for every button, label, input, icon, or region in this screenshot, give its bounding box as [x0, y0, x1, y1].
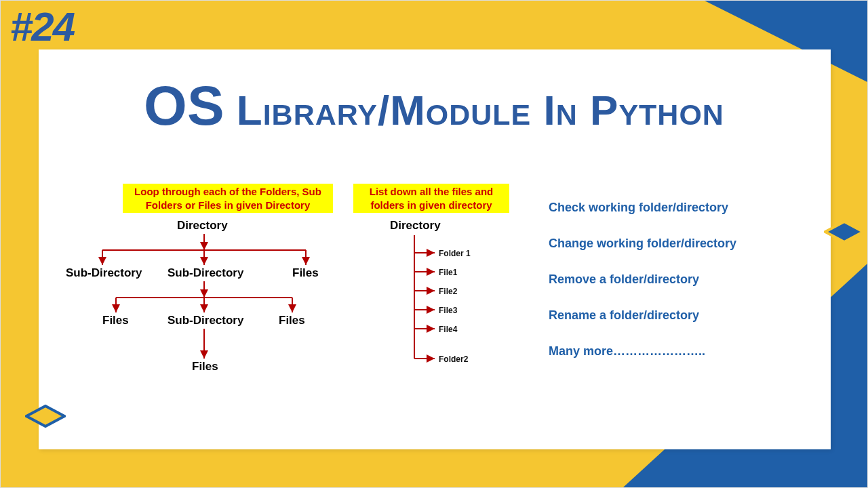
caption-list: List down all the files and folders in g…: [353, 184, 509, 213]
tree-list-item: File1: [439, 268, 457, 277]
page-title: OS Library/Module In Python: [1, 74, 867, 138]
feature-item: Many more…………………..: [549, 344, 806, 359]
title-rest: Library/Module In Python: [224, 87, 724, 134]
tree-node: Files: [279, 314, 305, 327]
tree-list-item: File3: [439, 306, 457, 315]
tree-list-item: File2: [439, 287, 457, 296]
svg-marker-19: [825, 222, 863, 242]
feature-item: Rename a folder/directory: [549, 308, 806, 323]
tree-list-item: Folder 1: [439, 249, 471, 258]
title-os: OS: [144, 75, 224, 136]
feature-item: Check working folder/directory: [549, 201, 806, 215]
tree-list-root: Directory: [390, 219, 441, 232]
tree-node: Files: [192, 360, 218, 373]
svg-marker-18: [26, 406, 64, 426]
tree-node: Sub-Directory: [66, 266, 142, 280]
diamond-icon: [25, 405, 66, 428]
tree-node: Files: [102, 314, 129, 327]
feature-list: Check working folder/directory Change wo…: [549, 201, 806, 380]
tree-node: Sub-Directory: [167, 266, 243, 280]
tree-list-connectors: [367, 218, 516, 421]
episode-badge: #24: [10, 3, 74, 50]
feature-item: Change working folder/directory: [549, 237, 806, 251]
feature-item: Remove a folder/directory: [549, 272, 806, 287]
tree-list-item: File4: [439, 325, 457, 334]
tree-node-root: Directory: [177, 219, 228, 232]
caption-loop: Loop through each of the Folders, Sub Fo…: [123, 184, 333, 213]
tree-list: Directory Folder 1 File1 File2 File3 Fil…: [367, 218, 516, 421]
tree-loop: Directory Sub-Directory Sub-Directory Fi…: [62, 218, 347, 421]
tree-node: Files: [292, 266, 319, 280]
tree-node: Sub-Directory: [167, 314, 243, 327]
tree-list-item: Folder2: [439, 354, 468, 364]
diamond-icon: [824, 220, 865, 243]
